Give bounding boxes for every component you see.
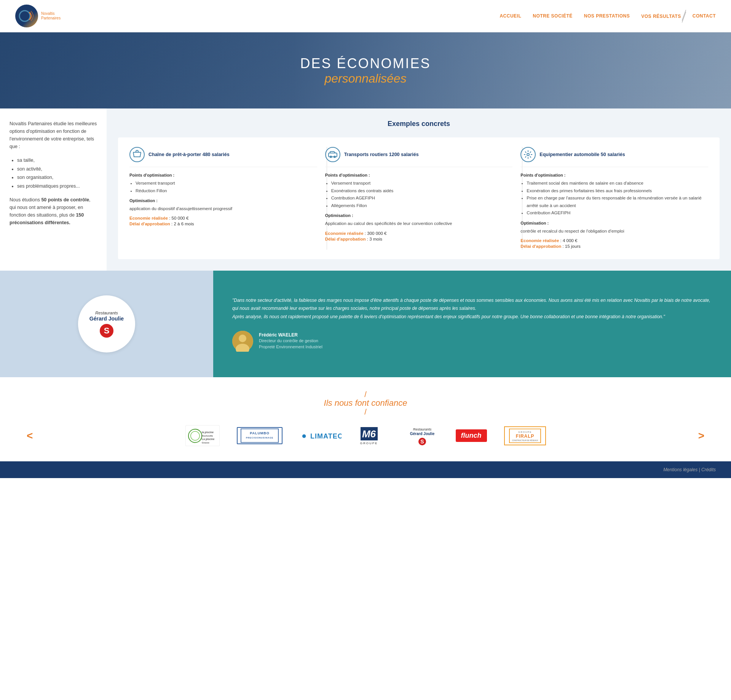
svg-text:CONSTRUCTEUR DE RÉSEAUX: CONSTRUCTEUR DE RÉSEAUX: [512, 439, 538, 442]
site-footer: Mentions légales | Crédits: [0, 461, 731, 478]
points-label-1: Points d'optimisation :: [129, 173, 317, 177]
logo-icon: [15, 5, 38, 27]
nav-resultats[interactable]: VOS RÉSULTATS: [641, 14, 681, 19]
nav-prestations[interactable]: NOS PRESTATIONS: [584, 13, 630, 19]
client-logo-flunch: flunch: [452, 425, 491, 446]
svg-point-5: [527, 153, 529, 156]
svg-point-10: [190, 431, 199, 440]
hero-title: DES ÉCONOMIES: [300, 56, 431, 72]
svg-text:LIMATEC: LIMATEC: [310, 432, 342, 440]
testimonial-section: Restaurants Gérard Joulie S "Dans notre …: [0, 271, 731, 377]
client-logo-palumbo: PALUMBO PRECISIONUSINAGE: [233, 425, 286, 446]
example-icon-2: [325, 147, 340, 162]
author-role: Directeur du contrôle de gestionPropreté…: [259, 338, 322, 350]
hero-subtitle: personnalisées: [300, 72, 431, 86]
restaurant-logo-s: S: [100, 324, 113, 338]
carousel-arrow-left[interactable]: <: [23, 428, 37, 444]
delay-3: Délai d'approbation : 15 jours: [520, 244, 708, 249]
optimisation-text-1: application du dispositif d'assujettisse…: [129, 205, 317, 212]
example-col-3: Equipementier automobile 50 salariés Poi…: [517, 147, 712, 250]
nav-contact[interactable]: CONTACT: [693, 13, 716, 19]
clients-section: / Ils nous font confiance / < la piscine…: [0, 377, 731, 461]
svg-text:Gérard Joulie: Gérard Joulie: [410, 432, 434, 436]
examples-grid: Chaîne de prêt-à-porter 480 salariés Poi…: [118, 137, 720, 259]
svg-rect-2: [329, 153, 337, 157]
site-header: Novaltis Partenaires ACCUEIL NOTRE SOCIÉ…: [0, 0, 731, 32]
svg-text:S: S: [420, 438, 424, 445]
client-logo-limatec: ● LIMATEC: [296, 425, 345, 446]
point-2-4: Allègements Fillon: [331, 202, 513, 210]
economy-3: Economie réalisée : 4 000 €: [520, 238, 708, 243]
svg-text:PALUMBO: PALUMBO: [250, 431, 269, 435]
sidebar-bullets: sa taille, son activité, son organisatio…: [10, 156, 97, 190]
hero-section: DES ÉCONOMIES personnalisées: [0, 32, 731, 108]
point-1-2: Réduction Fillon: [136, 187, 317, 195]
svg-point-7: [239, 335, 246, 342]
sidebar-bullet-1: sa taille,: [17, 156, 97, 165]
point-2-2: Exonérations des contrats aidés: [331, 187, 513, 195]
optimisation-text-3: contrôle et recalcul du respect de l'obl…: [520, 228, 708, 234]
svg-text:la piscine: la piscine: [202, 431, 214, 434]
nav-accueil[interactable]: ACCUEIL: [500, 13, 521, 19]
nav-societe[interactable]: NOTRE SOCIÉTÉ: [533, 13, 573, 19]
sidebar-intro: Novaltis Partenaires étudie les meilleur…: [10, 120, 97, 150]
point-2-1: Versement transport: [331, 180, 513, 187]
examples-title: Exemples concrets: [118, 120, 720, 128]
svg-text:FIRALP: FIRALP: [516, 434, 534, 439]
sidebar: Novaltis Partenaires étudie les meilleur…: [0, 108, 107, 271]
point-1-1: Versement transport: [136, 180, 317, 187]
delay-2: Délai d'approbation : 3 mois: [325, 237, 513, 241]
main-nav: ACCUEIL NOTRE SOCIÉTÉ NOS PRESTATIONS VO…: [500, 13, 716, 19]
nav-resultats-wrap: VOS RÉSULTATS: [641, 13, 681, 19]
client-logo-m6: M6 GROUPE: [355, 425, 393, 446]
testimonial-quote: "Dans notre secteur d'activité, la faibl…: [232, 297, 712, 321]
example-name-3: Equipementier automobile 50 salariés: [539, 152, 625, 157]
title-slash-before: /: [23, 392, 708, 396]
author-avatar: [232, 331, 253, 352]
svg-text:Rocheville: Rocheville: [202, 435, 213, 437]
svg-text:Grasse: Grasse: [202, 441, 210, 443]
sidebar-detail: Nous étudions 50 points de contrôle, qui…: [10, 196, 97, 226]
optimisation-label-2: Optimisation :: [325, 213, 513, 218]
svg-text:M6: M6: [362, 428, 376, 440]
hero-content: DES ÉCONOMIES personnalisées: [300, 56, 431, 86]
testimonial-right: "Dans notre secteur d'activité, la faibl…: [213, 271, 731, 377]
points-list-1: Versement transport Réduction Fillon: [129, 180, 317, 195]
clients-title-wrap: / Ils nous font confiance /: [23, 392, 708, 414]
restaurant-logo-line2: Gérard Joulie: [89, 316, 124, 322]
points-list-2: Versement transport Exonérations des con…: [325, 180, 513, 209]
optimisation-label-1: Optimisation :: [129, 198, 317, 203]
client-logo-pc: la piscine Rocheville La piscine Grasse: [182, 425, 223, 446]
diagonal-line-top: [682, 10, 686, 21]
sidebar-bullet-3: son organisation,: [17, 173, 97, 182]
point-2-3: Contribution AGEFIPH: [331, 195, 513, 202]
logo[interactable]: Novaltis Partenaires: [15, 5, 61, 27]
svg-text:GROUPE: GROUPE: [360, 442, 378, 445]
sidebar-bullet-4: ses problématiques propres...: [17, 182, 97, 191]
svg-text:La piscine: La piscine: [202, 437, 215, 440]
points-label-3: Points d'optimisation :: [520, 173, 708, 177]
example-col-2: Transports routiers 1200 salariés Points…: [321, 147, 517, 250]
delay-1: Délai d'approbation : 2 à 6 mois: [129, 222, 317, 226]
svg-point-1: [22, 13, 28, 19]
example-header-3: Equipementier automobile 50 salariés: [520, 147, 708, 167]
main-content: Novaltis Partenaires étudie les meilleur…: [0, 108, 731, 271]
author-info: Frédéric WAELER Directeur du contrôle de…: [259, 332, 322, 350]
carousel-arrow-right[interactable]: >: [694, 428, 708, 444]
example-name-2: Transports routiers 1200 salariés: [344, 152, 419, 157]
example-header-2: Transports routiers 1200 salariés: [325, 147, 513, 167]
point-3-1: Traitement social des maintiens de salai…: [527, 180, 708, 187]
point-3-3: Prise en charge par l'assureur du tiers …: [527, 195, 708, 209]
examples-section: Exemples concrets Chaîne de prêt-à-porte…: [107, 108, 731, 271]
diagonal-line-bottom: [682, 11, 686, 22]
footer-mentions[interactable]: Mentions légales: [663, 467, 697, 472]
economy-1: Economie réalisée : 50 000 €: [129, 216, 317, 220]
example-col-1: Chaîne de prêt-à-porter 480 salariés Poi…: [126, 147, 321, 250]
client-logo-gj: Restaurants Gérard Joulie S: [402, 425, 442, 446]
footer-credits[interactable]: Crédits: [701, 467, 716, 472]
svg-text:Restaurants: Restaurants: [413, 427, 431, 431]
sidebar-bullet-2: son activité,: [17, 165, 97, 174]
optimisation-label-3: Optimisation :: [520, 221, 708, 225]
example-header-1: Chaîne de prêt-à-porter 480 salariés: [129, 147, 317, 167]
clients-title: Ils nous font confiance: [23, 398, 708, 408]
